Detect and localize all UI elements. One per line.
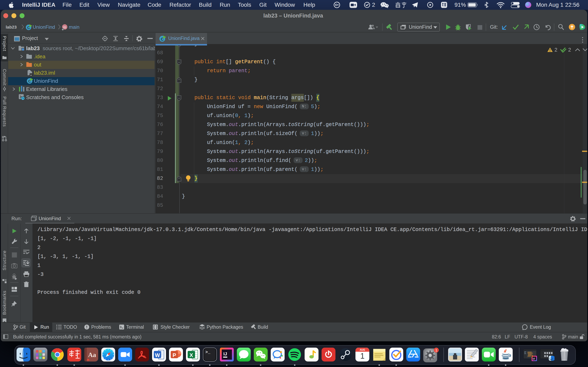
svg-text:1: 1 <box>435 349 437 352</box>
svg-text:Aa: Aa <box>88 351 96 359</box>
svg-text:m: m <box>63 25 66 29</box>
svg-text:1: 1 <box>360 352 364 360</box>
svg-text:IJ: IJ <box>533 358 535 360</box>
svg-text:W: W <box>155 352 160 358</box>
svg-text:P: P <box>173 352 176 358</box>
svg-text:X: X <box>190 352 193 358</box>
svg-text:AUG: AUG <box>360 349 365 351</box>
svg-text:IJ: IJ <box>223 351 227 356</box>
svg-text:>_: >_ <box>205 350 210 355</box>
